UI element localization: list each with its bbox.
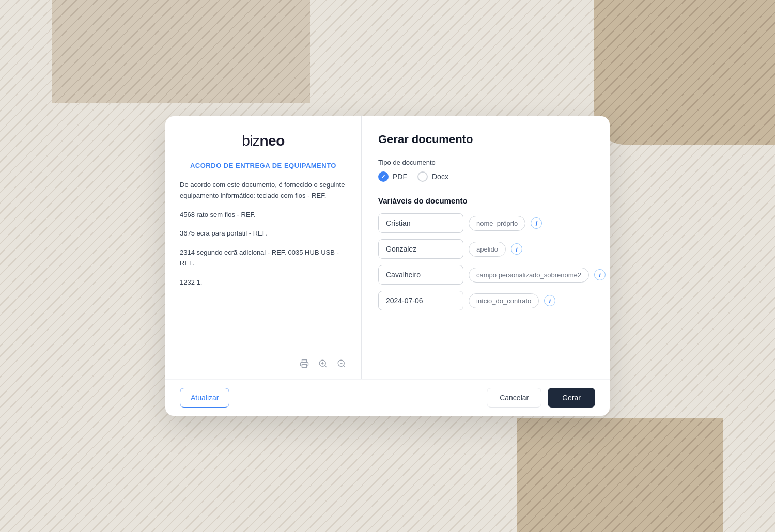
variable-tag-3: campo personalizado_sobrenome2 bbox=[469, 268, 589, 283]
doc-type-label: Tipo de documento bbox=[378, 159, 606, 166]
variable-tag-4: início_do_contrato bbox=[469, 293, 539, 308]
radio-pdf[interactable]: PDF bbox=[378, 171, 407, 182]
document-toolbar bbox=[180, 354, 347, 369]
variable-input-4[interactable] bbox=[378, 291, 463, 310]
variable-input-2[interactable] bbox=[378, 239, 463, 259]
svg-line-6 bbox=[343, 365, 345, 367]
variable-tag-2: apelido bbox=[469, 242, 506, 257]
bg-decoration-topright bbox=[594, 0, 775, 145]
generate-document-modal: bizneo ACORDO DE ENTREGA DE EQUIPAMENTO … bbox=[165, 116, 610, 416]
update-button[interactable]: Atualizar bbox=[180, 388, 229, 408]
variable-tag-1: nome_próprio bbox=[469, 216, 525, 231]
pdf-checked-icon bbox=[378, 171, 389, 182]
variables-section-title: Variáveis do documento bbox=[378, 196, 606, 205]
print-icon[interactable] bbox=[299, 358, 309, 369]
docx-radio-circle bbox=[417, 171, 428, 182]
document-content: De acordo com este documento, é fornecid… bbox=[180, 180, 347, 354]
variable-info-icon-1[interactable]: i bbox=[531, 217, 542, 229]
bg-decoration-topleft bbox=[52, 0, 310, 103]
zoom-out-icon[interactable] bbox=[336, 358, 347, 369]
variable-info-icon-3[interactable]: i bbox=[594, 269, 606, 280]
variable-row-4: início_do_contrato i bbox=[378, 291, 606, 310]
logo-area: bizneo bbox=[180, 133, 347, 149]
doc-para-1: De acordo com este documento, é fornecid… bbox=[180, 180, 347, 201]
docx-label: Docx bbox=[432, 173, 448, 181]
modal-body: bizneo ACORDO DE ENTREGA DE EQUIPAMENTO … bbox=[165, 116, 610, 379]
generate-options-panel: Gerar documento Tipo de documento PDF Do… bbox=[362, 116, 610, 379]
svg-line-2 bbox=[324, 365, 326, 367]
zoom-in-icon[interactable] bbox=[318, 358, 328, 369]
document-type-title: ACORDO DE ENTREGA DE EQUIPAMENTO bbox=[180, 162, 347, 169]
doc-para-3: 3675 ecrã para portátil - REF. bbox=[180, 228, 347, 239]
bg-decoration-bottomright bbox=[517, 418, 723, 532]
brand-logo: bizneo bbox=[180, 133, 347, 149]
svg-rect-0 bbox=[302, 365, 307, 368]
cancel-button[interactable]: Cancelar bbox=[487, 388, 541, 408]
doc-type-radio-group: PDF Docx bbox=[378, 171, 606, 182]
doc-para-5: 1232 1. bbox=[180, 277, 347, 288]
logo-biz: biz bbox=[242, 133, 259, 149]
variable-info-icon-2[interactable]: i bbox=[511, 243, 522, 255]
variable-row-1: nome_próprio i bbox=[378, 213, 606, 233]
panel-title: Gerar documento bbox=[378, 133, 606, 146]
doc-para-4: 2314 segundo ecrã adicional - REF. 0035 … bbox=[180, 247, 347, 269]
footer-action-buttons: Cancelar Gerar bbox=[487, 388, 595, 408]
variable-info-icon-4[interactable]: i bbox=[544, 295, 555, 306]
generate-button[interactable]: Gerar bbox=[548, 388, 595, 408]
variable-row-2: apelido i bbox=[378, 239, 606, 259]
variable-input-1[interactable] bbox=[378, 213, 463, 233]
doc-para-2: 4568 rato sem fios - REF. bbox=[180, 210, 347, 221]
modal-footer: Atualizar Cancelar Gerar bbox=[165, 379, 610, 416]
variable-input-3[interactable] bbox=[378, 265, 463, 285]
variable-row-3: campo personalizado_sobrenome2 i bbox=[378, 265, 606, 285]
logo-neo: neo bbox=[260, 133, 285, 149]
radio-docx[interactable]: Docx bbox=[417, 171, 448, 182]
document-preview-panel: bizneo ACORDO DE ENTREGA DE EQUIPAMENTO … bbox=[165, 116, 362, 379]
pdf-label: PDF bbox=[393, 173, 407, 181]
